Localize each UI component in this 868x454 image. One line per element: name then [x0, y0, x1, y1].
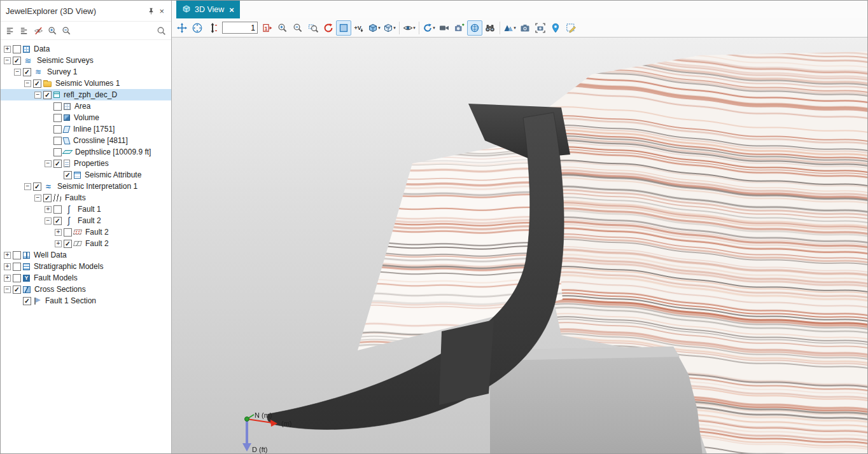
camera-preset-1-button[interactable]: 1	[260, 20, 275, 36]
zoom-in-tree-icon[interactable]	[47, 25, 58, 36]
polygon-edit-button[interactable]	[563, 20, 578, 36]
tree-expander-icon[interactable]: −	[4, 286, 11, 293]
tree-item-crossline-4811[interactable]: Crossline [4811]	[1, 135, 171, 146]
tree-checkbox[interactable]: ✓	[53, 160, 62, 168]
tree-checkbox[interactable]	[13, 274, 21, 282]
tree-item-seismic-interpretation-1[interactable]: − ✓ Seismic Interpretation 1	[1, 181, 171, 192]
tree-expander-icon[interactable]: −	[14, 69, 21, 76]
tree-expander-icon[interactable]: −	[24, 183, 31, 190]
tree-checkbox[interactable]	[64, 228, 72, 237]
tree-expander-icon[interactable]: −	[4, 57, 11, 64]
tree-item-fault-2[interactable]: + ✓ Fault 2	[1, 238, 171, 249]
tree-checkbox[interactable]: ✓	[13, 285, 21, 294]
tree-expander-icon[interactable]: −	[24, 80, 31, 87]
tree-item-fault-2[interactable]: + Fault 2	[1, 226, 171, 238]
zoom-extents-button[interactable]	[336, 20, 351, 36]
location-pin-button[interactable]	[548, 20, 563, 36]
record-movie-button[interactable]	[437, 20, 452, 36]
tree-expander-icon[interactable]: +	[55, 229, 62, 236]
tree-checkbox[interactable]: ✓	[33, 79, 41, 88]
tree-item-fault-1-section[interactable]: ✓ Fault 1 Section	[1, 295, 171, 306]
tree-expander-icon[interactable]: −	[34, 195, 41, 202]
tab-3d-view[interactable]: 3D View×	[176, 1, 240, 18]
tree-item-survey-1[interactable]: − ✓ Survey 1	[1, 66, 171, 78]
tree-checkbox[interactable]: ✓	[23, 297, 31, 305]
orbit-mode-button[interactable]	[467, 20, 482, 36]
pan-button[interactable]	[174, 20, 190, 36]
tab-close-icon[interactable]: ×	[229, 5, 234, 15]
tree-item-faults[interactable]: − ✓ Faults	[1, 192, 171, 203]
tree-checkbox[interactable]: ✓	[43, 91, 52, 99]
tree-item-seismic-surveys[interactable]: − ✓ Seismic Surveys	[1, 55, 171, 66]
expand-tree-icon[interactable]	[5, 25, 16, 36]
tree-item-refl-zph-dec-d[interactable]: − ✓ refl_zph_dec_D	[1, 89, 171, 100]
slice-render-button[interactable]: ▾	[382, 20, 397, 36]
tree-checkbox[interactable]: ✓	[64, 171, 72, 179]
tree-item-data[interactable]: + Data	[1, 43, 171, 55]
tree-checkbox[interactable]: ✓	[13, 57, 21, 65]
pan-zoom-button[interactable]	[190, 20, 205, 36]
zoom-in-button[interactable]	[275, 20, 290, 36]
screenshot-button[interactable]	[517, 20, 533, 36]
tree-item-fault-models[interactable]: + Fault Models	[1, 272, 171, 284]
tree-checkbox[interactable]: ✓	[53, 217, 62, 225]
tree-item-inline-1751[interactable]: Inline [1751]	[1, 123, 171, 135]
add-snapshot-button[interactable]	[452, 20, 467, 36]
tree-expander-icon[interactable]: +	[4, 252, 11, 259]
tree-expander-icon[interactable]: +	[4, 263, 11, 270]
tree-item-well-data[interactable]: + Well Data	[1, 249, 171, 261]
vertical-scale-button[interactable]	[205, 20, 220, 36]
tab-label: 3D View	[195, 5, 224, 14]
tree-item-seismic-volumes-1[interactable]: − ✓ Seismic Volumes 1	[1, 78, 171, 89]
close-explorer-icon[interactable]: ×	[157, 6, 166, 16]
tree-checkbox[interactable]: ✓	[33, 182, 41, 191]
add-vertical-axis-button[interactable]: +V	[351, 20, 367, 36]
tree-expander-icon[interactable]: +	[4, 275, 11, 282]
zoom-out-button[interactable]	[290, 20, 305, 36]
vertical-exaggeration-input[interactable]	[222, 22, 258, 34]
tree-expander-icon[interactable]: +	[4, 46, 11, 53]
seek-target-button[interactable]	[482, 20, 498, 36]
hide-unchecked-icon[interactable]	[33, 25, 44, 36]
tree-item-stratigraphic-models[interactable]: + Stratigraphic Models	[1, 261, 171, 272]
tree-checkbox[interactable]	[53, 148, 62, 156]
zoom-out-tree-icon[interactable]	[61, 25, 72, 36]
tree-checkbox[interactable]	[13, 263, 21, 271]
tree-checkbox[interactable]	[13, 45, 21, 53]
map-overlay-button[interactable]: ▾	[502, 20, 517, 36]
tree-checkbox[interactable]	[53, 205, 62, 214]
tree-checkbox[interactable]	[53, 102, 62, 111]
zoom-window-button[interactable]	[305, 20, 321, 36]
tree-checkbox[interactable]	[53, 114, 62, 122]
fault-surface-lower[interactable]	[439, 320, 494, 405]
screenshot-window-button[interactable]	[533, 20, 548, 36]
tree-expander-icon[interactable]: −	[45, 160, 52, 167]
tree-checkbox[interactable]	[53, 137, 62, 145]
visibility-button[interactable]: ▾	[402, 20, 417, 36]
tree-item-volume[interactable]: Volume	[1, 112, 171, 123]
tree-expander-icon[interactable]: +	[45, 206, 52, 213]
tree-checkbox[interactable]	[13, 251, 21, 259]
tree-expander-icon[interactable]: +	[55, 240, 62, 247]
volume-render-button[interactable]: ▾	[367, 20, 382, 36]
tree-checkbox[interactable]: ✓	[23, 68, 31, 76]
tree-item-depthslice-10009-9-ft[interactable]: Depthslice [10009.9 ft]	[1, 146, 171, 158]
rotate-view-button[interactable]: ▾	[421, 20, 437, 36]
tree-item-fault-1[interactable]: + Fault 1	[1, 203, 171, 215]
search-icon[interactable]	[156, 25, 167, 36]
tree-checkbox[interactable]: ✓	[43, 194, 52, 202]
tree-item-fault-2[interactable]: − ✓ Fault 2	[1, 215, 171, 226]
tree-item-properties[interactable]: − ✓ Properties	[1, 158, 171, 169]
refresh-view-button[interactable]	[321, 20, 336, 36]
tree-checkbox[interactable]	[53, 125, 62, 134]
tree-checkbox[interactable]: ✓	[64, 240, 72, 248]
collapse-tree-icon[interactable]	[19, 25, 30, 36]
tree-item-area[interactable]: Area	[1, 100, 171, 112]
tree-item-label: Crossline [4811]	[71, 135, 130, 146]
pin-icon[interactable]	[145, 7, 157, 15]
tree-expander-icon[interactable]: −	[34, 92, 41, 99]
tree-item-seismic-attribute[interactable]: ✓ Seismic Attribute	[1, 169, 171, 181]
tree-expander-icon[interactable]: −	[45, 217, 52, 224]
tree-item-cross-sections[interactable]: − ✓ Cross Sections	[1, 284, 171, 295]
viewport-3d[interactable]: N (m) (m) D (ft)	[172, 38, 867, 453]
